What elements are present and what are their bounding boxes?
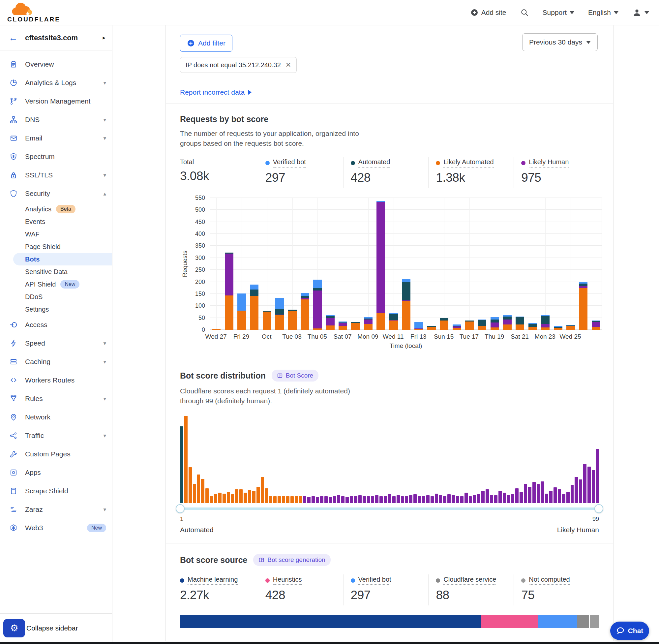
stacked-bar [541, 315, 549, 330]
histogram-bar-score-3 [189, 467, 192, 503]
histogram-bar-score-59 [426, 495, 429, 503]
bar-segment-likely-automated [503, 324, 512, 330]
site-expand-caret-icon[interactable]: ▸ [102, 34, 105, 41]
sidebar-item-web3[interactable]: Web3New [0, 519, 112, 537]
histogram-bar-score-87 [545, 493, 548, 503]
sidebar-item-workers-routes[interactable]: Workers Routes [0, 371, 112, 389]
bar-segment-likely-human [541, 324, 549, 327]
histogram-bar-score-12 [227, 492, 230, 503]
sidebar-item-spectrum[interactable]: Spectrum [0, 147, 112, 166]
account-menu[interactable] [632, 8, 649, 17]
add-site-button[interactable]: Add site [470, 8, 507, 17]
apps-icon [9, 468, 18, 477]
date-range-dropdown[interactable]: Previous 30 days [522, 33, 598, 51]
sidebar-item-speed[interactable]: Speed▾ [0, 334, 112, 352]
sidebar-item-analytics[interactable]: AnalyticsBeta [0, 203, 112, 215]
bar-segment-likely-automated [250, 296, 258, 330]
collapse-sidebar-button[interactable]: Collapse sidebar [26, 624, 78, 632]
sidebar-item-email[interactable]: Email▾ [0, 129, 112, 147]
report-incorrect-data-link[interactable]: Report incorrect data [180, 88, 252, 96]
sidebar-item-events[interactable]: Events [0, 215, 112, 228]
bar-segment-verified-bot [250, 284, 258, 290]
bar-segment-automated [250, 290, 258, 296]
histogram-bar-score-41 [350, 496, 353, 503]
source-segment-not-computed [589, 615, 599, 628]
bar-segment-likely-automated [402, 301, 410, 330]
sidebar-item-ddos[interactable]: DDoS [0, 291, 112, 303]
sidebar-item-dns[interactable]: DNS▾ [0, 111, 112, 129]
sidebar-item-scrape-shield[interactable]: Scrape Shield [0, 482, 112, 500]
histogram-bar-score-67 [460, 496, 464, 503]
sidebar-item-custom-pages[interactable]: Custom Pages [0, 445, 112, 463]
sidebar-item-apps[interactable]: Apps [0, 463, 112, 482]
sidebar-item-settings[interactable]: Settings [0, 303, 112, 316]
sidebar-item-version-management[interactable]: Version Management [0, 92, 112, 111]
language-menu[interactable]: English [588, 8, 618, 17]
slider-handle-max[interactable] [594, 504, 603, 513]
sidebar-item-sensitive-data[interactable]: Sensitive Data [0, 266, 112, 278]
histogram-bar-score-30 [303, 496, 306, 503]
sidebar-item-overview[interactable]: Overview [0, 55, 112, 73]
sidebar-item-page-shield[interactable]: Page Shield [0, 240, 112, 253]
filter-chip[interactable]: IP does not equal 35.212.240.32 ✕ [180, 57, 297, 73]
cloudflare-logo[interactable]: CLOUDFLARE [7, 2, 60, 23]
settings-gear-button[interactable]: ⚙ [3, 619, 25, 638]
sidebar-item-zaraz[interactable]: Zaraz▾ [0, 500, 112, 519]
pin-icon [9, 413, 18, 421]
slider-track[interactable] [180, 507, 599, 510]
histogram-bar-score-97 [587, 466, 591, 503]
histogram-bar-score-21 [265, 488, 268, 503]
sidebar-item-waf[interactable]: WAF [0, 228, 112, 240]
add-filter-button[interactable]: Add filter [180, 34, 232, 52]
back-arrow-icon[interactable]: ← [8, 33, 18, 43]
sidebar-item-ssl-tls[interactable]: SSL/TLS▾ [0, 166, 112, 184]
y-axis: 050100150200250300350400450500550 [190, 198, 210, 330]
search-icon[interactable] [520, 8, 529, 17]
bar-segment-likely-automated [592, 327, 600, 330]
sidebar-item-access[interactable]: Access [0, 316, 112, 334]
card-description: The number of requests to your applicati… [180, 129, 599, 148]
bar-segment-likely-human [364, 320, 373, 323]
sidebar-item-security[interactable]: Security▴ [0, 184, 112, 203]
legend-dot-icon [265, 578, 270, 583]
sidebar-item-network[interactable]: Network [0, 408, 112, 427]
stacked-bar [491, 317, 499, 330]
stat-likely-human: Likely Human975 [514, 157, 599, 188]
bar-segment-likely-automated [301, 299, 309, 330]
histogram-bar-score-33 [316, 497, 319, 503]
slider-handle-min[interactable] [176, 504, 185, 513]
histogram-bar-score-86 [541, 481, 544, 503]
histogram-bar-score-55 [409, 495, 413, 503]
stacked-bar [389, 313, 398, 330]
stat-value: 428 [265, 588, 343, 602]
bar-segment-likely-automated [478, 326, 486, 330]
bot-score-distribution-card: Bot score distribution Bot Score Cloudfl… [166, 359, 613, 544]
bar-segment-verified-bot [415, 322, 423, 328]
histogram-bar-score-56 [414, 494, 417, 503]
chat-button[interactable]: Chat [610, 622, 649, 640]
sidebar-item-analytics-logs[interactable]: Analytics & Logs▾ [0, 73, 112, 92]
sidebar-item-bots[interactable]: Bots [13, 253, 112, 266]
zaraz-icon [9, 505, 18, 514]
sidebar-item-traffic[interactable]: Traffic▾ [0, 427, 112, 445]
histogram-bar-score-91 [562, 494, 565, 503]
remove-filter-icon[interactable]: ✕ [285, 61, 291, 69]
histogram-bar-score-18 [252, 491, 256, 503]
sidebar-item-rules[interactable]: Rules▾ [0, 389, 112, 408]
source-segment-machine-learning [180, 615, 481, 628]
stat-not-computed: Not computed75 [514, 574, 599, 605]
bot-score-docs-badge[interactable]: Bot Score [272, 370, 319, 382]
y-tick-label: 0 [202, 326, 205, 334]
y-tick-label: 450 [195, 218, 205, 225]
card-title: Bot score distribution [180, 371, 266, 381]
sidebar-item-caching[interactable]: Caching▾ [0, 352, 112, 371]
sidebar-item-api-shield[interactable]: API ShieldNew [0, 278, 112, 291]
bar-segment-likely-automated [541, 327, 549, 330]
stat-value: 428 [351, 171, 428, 185]
bot-score-generation-docs-badge[interactable]: Bot score generation [253, 554, 330, 566]
site-name[interactable]: cftestsite3.com [25, 33, 102, 42]
book-icon [258, 557, 264, 563]
support-menu[interactable]: Support [543, 8, 574, 17]
bar-segment-likely-human [338, 323, 347, 326]
chevron-down-icon: ▾ [103, 135, 106, 142]
